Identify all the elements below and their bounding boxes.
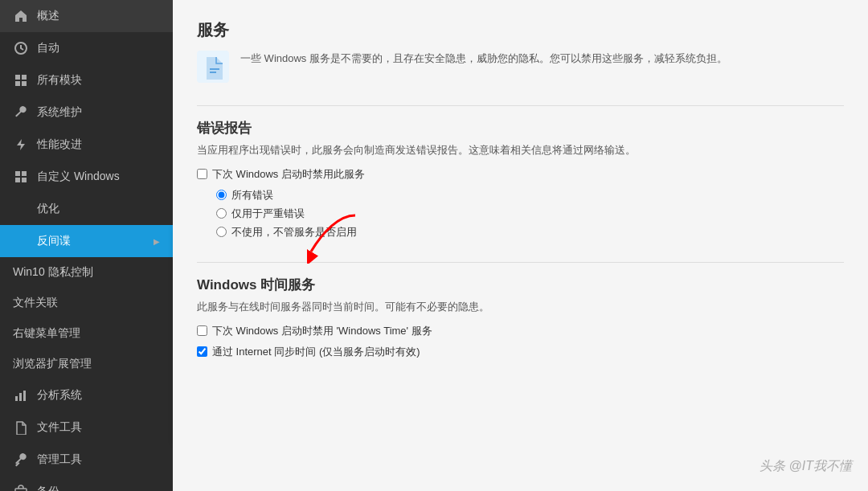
divider-1	[197, 105, 844, 106]
sidebar-label: 右键菜单管理	[13, 326, 80, 341]
svg-rect-30	[210, 68, 219, 70]
svg-rect-1	[15, 75, 20, 80]
win-time-checkbox-row-2: 通过 Internet 同步时间 (仅当服务启动时有效)	[197, 345, 844, 359]
main-content: 服务 一些 Windows 服务是不需要的，且存在安全隐患，威胁您的隐私。您可以…	[173, 0, 868, 491]
svg-rect-9	[22, 178, 27, 182]
error-report-checkbox-label: 下次 Windows 启动时禁用此服务	[212, 167, 365, 182]
sidebar-label: Win10 隐私控制	[13, 265, 93, 280]
optimize-icon	[13, 201, 29, 217]
sidebar: 概述 自动 所有模块 系统维护 性能改进 自定义 Windows 优化	[0, 0, 173, 491]
sidebar-label: 优化	[37, 202, 59, 216]
radio-serious-errors-input[interactable]	[216, 208, 227, 219]
radio-all-errors-input[interactable]	[216, 190, 227, 200]
win-time-checkbox-label-2: 通过 Internet 同步时间 (仅当服务启动时有效)	[212, 345, 420, 359]
radio-serious-errors: 仅用于严重错误	[216, 207, 844, 221]
sidebar-item-right-click[interactable]: 右键菜单管理	[0, 318, 173, 349]
sidebar-label: 文件关联	[13, 296, 58, 310]
svg-rect-2	[22, 75, 27, 80]
chart-icon	[13, 387, 29, 403]
sidebar-label: 系统维护	[37, 105, 82, 120]
sidebar-item-browser-ext[interactable]: 浏览器扩展管理	[0, 349, 173, 379]
win-time-checkbox-1[interactable]	[197, 325, 207, 336]
sidebar-item-all-modules[interactable]: 所有模块	[0, 64, 173, 96]
sidebar-item-optimize[interactable]: 优化	[0, 193, 173, 225]
windows-icon	[13, 169, 29, 185]
svg-rect-25	[15, 396, 18, 401]
sidebar-label: 性能改进	[37, 137, 82, 152]
sidebar-label: 反间谍	[37, 234, 71, 248]
svg-rect-4	[22, 81, 27, 86]
svg-rect-27	[23, 391, 26, 401]
watermark: 头条 @IT我不懂	[760, 458, 852, 475]
error-report-section: 错误报告 当应用程序出现错误时，此服务会向制造商发送错误报告。这意味着相关信息将…	[197, 119, 844, 239]
sidebar-label: 自动	[37, 41, 59, 55]
sidebar-label: 自定义 Windows	[37, 170, 120, 184]
win-time-checkbox-2[interactable]	[197, 346, 207, 357]
sidebar-item-overview[interactable]: 概述	[0, 0, 173, 32]
error-report-radio-group: 所有错误 仅用于严重错误 不使用，不管服务是否启用	[216, 188, 844, 239]
svg-rect-7	[22, 171, 27, 176]
divider-2	[197, 262, 844, 263]
grid-icon	[13, 72, 29, 88]
windows-time-section: Windows 时间服务 此服务与在线时间服务器同时当前时间。可能有不必要的隐患…	[197, 276, 844, 359]
sidebar-item-manage-tools[interactable]: 管理工具	[0, 444, 173, 476]
sidebar-item-analysis[interactable]: 分析系统	[0, 379, 173, 411]
service-description: 一些 Windows 服务是不需要的，且存在安全隐患，威胁您的隐私。您可以禁用这…	[240, 51, 727, 68]
sidebar-label: 所有模块	[37, 73, 82, 88]
lightning-icon	[13, 137, 29, 153]
sidebar-item-win10-privacy[interactable]: Win10 隐私控制	[0, 257, 173, 288]
svg-marker-5	[17, 139, 25, 150]
sidebar-item-file-tools[interactable]: 文件工具	[0, 411, 173, 444]
sidebar-label: 分析系统	[37, 388, 82, 403]
anti-spy-icon	[13, 233, 29, 249]
radio-serious-errors-label: 仅用于严重错误	[231, 207, 305, 221]
error-report-desc: 当应用程序出现错误时，此服务会向制造商发送错误报告。这意味着相关信息将通过网络输…	[197, 142, 844, 159]
sidebar-item-auto[interactable]: 自动	[0, 32, 173, 64]
svg-rect-8	[15, 178, 20, 182]
svg-rect-6	[15, 171, 20, 176]
sidebar-label: 文件工具	[37, 420, 82, 435]
sidebar-label: 备份	[37, 485, 59, 491]
tools-icon	[13, 452, 29, 468]
sidebar-label: 浏览器扩展管理	[13, 357, 92, 371]
submenu-arrow-icon: ▶	[154, 237, 160, 246]
radio-all-errors: 所有错误	[216, 188, 844, 203]
radio-no-errors-input[interactable]	[216, 227, 227, 237]
win-time-checkbox-label-1: 下次 Windows 启动时禁用 'Windows Time' 服务	[212, 324, 432, 338]
win-time-checkbox-row-1: 下次 Windows 启动时禁用 'Windows Time' 服务	[197, 324, 844, 338]
service-header: 一些 Windows 服务是不需要的，且存在安全隐患，威胁您的隐私。您可以禁用这…	[197, 51, 844, 83]
sidebar-label: 概述	[37, 9, 59, 23]
radio-no-errors-label: 不使用，不管服务是否启用	[231, 225, 357, 239]
windows-time-desc: 此服务与在线时间服务器同时当前时间。可能有不必要的隐患。	[197, 299, 844, 316]
sidebar-item-customize-win[interactable]: 自定义 Windows	[0, 161, 173, 193]
backup-icon	[13, 484, 29, 491]
sidebar-item-perf-improve[interactable]: 性能改进	[0, 129, 173, 161]
auto-icon	[13, 40, 29, 56]
sidebar-item-backup[interactable]: 备份	[0, 476, 173, 491]
error-report-checkbox-row: 下次 Windows 启动时禁用此服务	[197, 167, 844, 182]
service-file-icon	[197, 51, 229, 83]
sidebar-item-file-assoc[interactable]: 文件关联	[0, 288, 173, 318]
svg-rect-26	[19, 393, 22, 401]
error-report-checkbox[interactable]	[197, 169, 207, 179]
file-icon	[13, 419, 29, 436]
radio-no-errors: 不使用，不管服务是否启用	[216, 225, 844, 239]
page-title: 服务	[197, 19, 844, 41]
home-icon	[13, 8, 29, 24]
windows-time-title: Windows 时间服务	[197, 276, 844, 294]
svg-rect-3	[15, 81, 20, 86]
sidebar-item-system-maintain[interactable]: 系统维护	[0, 96, 173, 129]
svg-rect-31	[210, 72, 216, 73]
sidebar-item-anti-spy[interactable]: 反间谍 ▶ 服务 网络 系统	[0, 225, 173, 257]
error-report-title: 错误报告	[197, 119, 844, 137]
wrench-icon	[13, 104, 29, 121]
services-section: 服务 一些 Windows 服务是不需要的，且存在安全隐患，威胁您的隐私。您可以…	[197, 19, 844, 83]
radio-all-errors-label: 所有错误	[231, 188, 273, 203]
sidebar-label: 管理工具	[37, 452, 82, 467]
